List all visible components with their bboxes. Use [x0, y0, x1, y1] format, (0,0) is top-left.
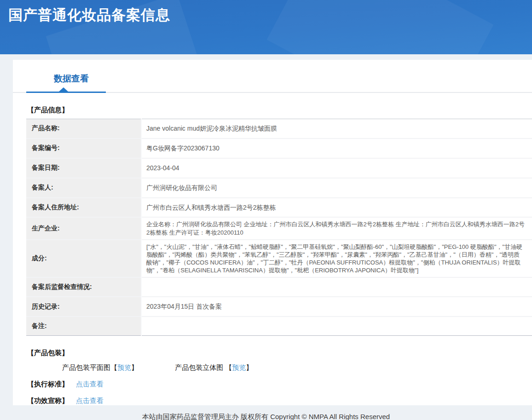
section-title-packaging: 【产品包装】	[27, 349, 532, 357]
product-info-table: 产品名称: Jane volcanic mud妍泥冷泉冰泥精华抗皱面膜 备案编号…	[26, 119, 532, 336]
table-row-registration-date: 备案日期: 2023-04-04	[26, 158, 532, 178]
table-row-history-record: 历史记录: 2023年04月15日 首次备案	[26, 297, 532, 316]
page-footer: 本站由国家药品监督管理局主办 版权所有 Copyright © NMPA All…	[0, 405, 532, 420]
packaging-links-row: 产品包装平面图【预览】 产品包装立体图 【预览】	[62, 363, 532, 372]
bracket-close: 】	[131, 363, 138, 371]
remarks-label: 备注:	[26, 316, 141, 336]
history-record-value: 2023年04月15日 首次备案	[141, 297, 532, 316]
table-row-registration-number: 备案编号: 粤G妆网备字2023067130	[26, 138, 532, 158]
registration-number-value: 粤G妆网备字2023067130	[141, 138, 532, 158]
efficacy-claim-row: 【功效宣称】 点击查看	[27, 397, 532, 405]
section-title-efficacy: 【功效宣称】	[27, 397, 69, 405]
executive-standard-row: 【执行标准】 点击查看	[27, 380, 532, 389]
registration-number-label: 备案编号:	[26, 138, 141, 158]
tab-data-view[interactable]: 数据查看	[54, 73, 89, 85]
bracket-close: 】	[246, 363, 253, 371]
page-title: 国产普通化妆品备案信息	[0, 0, 532, 25]
tab-active-caret-icon	[59, 87, 68, 92]
registration-date-value: 2023-04-04	[141, 158, 532, 178]
packaging-stereo-item: 产品包装立体图 【预览】	[175, 363, 253, 372]
packaging-plan-item: 产品包装平面图【预览】	[62, 363, 138, 372]
product-name-label: 产品名称:	[26, 119, 141, 138]
ingredients-value: ["水"，"火山泥"，"甘油"，"液体石蜡"，"鲸蜡硬脂醇"，"聚二甲基硅氧烷"…	[141, 240, 532, 278]
table-row-product-name: 产品名称: Jane volcanic mud妍泥冷泉冰泥精华抗皱面膜	[26, 119, 532, 138]
product-name-value: Jane volcanic mud妍泥冷泉冰泥精华抗皱面膜	[141, 119, 532, 138]
content-card: 数据查看 【产品信息】 产品名称: Jane volcanic mud妍泥冷泉冰…	[13, 60, 532, 405]
table-row-registrant-address: 备案人住所地址: 广州市白云区人和镇秀水塘西一路2号2栋整栋	[26, 198, 532, 218]
registrant-value: 广州润研化妆品有限公司	[141, 178, 532, 198]
packaging-stereo-label: 产品包装立体图	[175, 363, 223, 371]
post-registration-inspection-label: 备案后监督检查情况:	[26, 277, 141, 297]
tab-bar: 数据查看	[13, 60, 532, 93]
remarks-value	[141, 316, 532, 336]
ingredients-label: 成分:	[26, 240, 141, 278]
page-header-banner: 国产普通化妆品备案信息	[0, 0, 532, 54]
tab-active-underline	[26, 92, 106, 93]
efficacy-view-link[interactable]: 点击查看	[76, 397, 104, 405]
page: 国产普通化妆品备案信息 数据查看 【产品信息】 产品名称: Jane volca…	[0, 0, 532, 420]
registrant-label: 备案人:	[26, 178, 141, 198]
bracket-open: 【	[110, 363, 117, 371]
packaging-plan-preview-link[interactable]: 预览	[117, 363, 131, 371]
registration-date-label: 备案日期:	[26, 158, 141, 178]
history-record-label: 历史记录:	[26, 297, 141, 316]
manufacturer-value: 企业名称：广州润研化妆品有限公司 企业地址：广州市白云区人和镇秀水塘西一路2号2…	[141, 217, 532, 239]
table-row-manufacturer: 生产企业: 企业名称：广州润研化妆品有限公司 企业地址：广州市白云区人和镇秀水塘…	[26, 217, 532, 239]
registrant-address-value: 广州市白云区人和镇秀水塘西一路2号2栋整栋	[141, 198, 532, 218]
manufacturer-label: 生产企业:	[26, 217, 141, 239]
bracket-open: 【	[225, 363, 232, 371]
packaging-stereo-preview-link[interactable]: 预览	[232, 363, 246, 371]
table-row-post-registration-inspection: 备案后监督检查情况:	[26, 277, 532, 297]
registrant-address-label: 备案人住所地址:	[26, 198, 141, 218]
table-row-registrant: 备案人: 广州润研化妆品有限公司	[26, 178, 532, 198]
table-row-remarks: 备注:	[26, 316, 532, 336]
section-title-standard: 【执行标准】	[27, 380, 69, 389]
table-row-ingredients: 成分: ["水"，"火山泥"，"甘油"，"液体石蜡"，"鲸蜡硬脂醇"，"聚二甲基…	[26, 240, 532, 278]
section-title-product-info: 【产品信息】	[27, 106, 532, 115]
standard-view-link[interactable]: 点击查看	[76, 380, 104, 389]
post-registration-inspection-value	[141, 277, 532, 297]
packaging-plan-label: 产品包装平面图	[62, 363, 110, 371]
copyright-text: 本站由国家药品监督管理局主办 版权所有 Copyright © NMPA All…	[142, 413, 390, 420]
